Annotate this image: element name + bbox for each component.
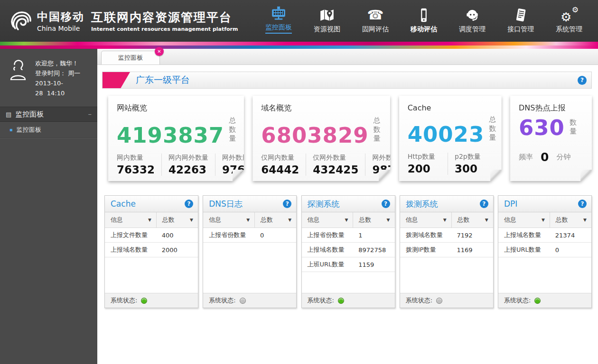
column-header-total[interactable]: 总数▼ bbox=[550, 212, 591, 228]
sort-arrow-icon: ▼ bbox=[148, 218, 151, 222]
sort-arrow-icon: ▼ bbox=[387, 218, 390, 222]
status-indicator bbox=[240, 298, 246, 304]
panel-help-icon[interactable]: ? bbox=[578, 200, 587, 208]
brand-name-en: China Mobile bbox=[37, 25, 84, 32]
card-total-label: 总数量 bbox=[374, 116, 382, 143]
nav-item-mobile-eval[interactable]: 移动评估 bbox=[409, 7, 439, 34]
table-row: 上报省份数量1 bbox=[302, 228, 395, 243]
sort-arrow-icon: ▼ bbox=[190, 218, 193, 222]
page-curl-decoration bbox=[379, 170, 390, 181]
panel-help-icon[interactable]: ? bbox=[382, 200, 390, 208]
sort-arrow-icon: ▼ bbox=[443, 218, 447, 222]
status-label: 系统状态: bbox=[504, 296, 531, 305]
status-label: 系统状态: bbox=[308, 296, 334, 305]
column-header-total[interactable]: 总数▼ bbox=[156, 212, 198, 228]
tab-strip: 监控面板 ✕ bbox=[97, 49, 598, 65]
section-help-icon[interactable]: ? bbox=[578, 76, 587, 85]
card-stat: 网内网外数量 42263 bbox=[161, 154, 215, 176]
table-row: 上报域名数量8972758 bbox=[302, 243, 395, 257]
user-avatar-icon bbox=[7, 58, 29, 82]
nav-label: 接口管理 bbox=[507, 25, 534, 34]
status-indicator bbox=[534, 298, 541, 304]
column-header-info[interactable]: 信息▼ bbox=[302, 212, 353, 228]
brand-name-zh: 中国移动 bbox=[37, 9, 84, 24]
brand-logo: 中国移动 China Mobile bbox=[9, 9, 84, 33]
column-header-total[interactable]: 总数▼ bbox=[353, 212, 394, 228]
table-row: 拨测域名数量7192 bbox=[400, 228, 493, 243]
nav-item-resource-view[interactable]: 资源视图 bbox=[312, 7, 342, 34]
pink-flag-decoration bbox=[103, 72, 130, 88]
status-indicator bbox=[436, 298, 442, 304]
card-total-label: 总数量 bbox=[229, 116, 236, 143]
column-header-total[interactable]: 总数▼ bbox=[451, 212, 493, 228]
panel-dial-test-system: 拨测系统 ? 信息▼ 总数▼ 拨测域名数量7192 bbox=[400, 195, 494, 308]
column-header-info[interactable]: 信息▼ bbox=[498, 212, 550, 228]
nav-item-interface-mgmt[interactable]: 接口管理 bbox=[506, 7, 535, 34]
card-total-label: 总数量 bbox=[489, 115, 496, 142]
tab-close-icon[interactable]: ✕ bbox=[155, 47, 164, 56]
panel-probe-system: 探测系统 ? 信息▼ 总数▼ 上报省份数量1 bbox=[301, 195, 395, 308]
nav-label: 固网评估 bbox=[362, 25, 389, 34]
nav-item-fixed-network-eval[interactable]: ☎ 固网评估 bbox=[361, 7, 390, 34]
menu-doc-icon: ▤ bbox=[6, 111, 11, 118]
card-total-label: 数量 bbox=[570, 118, 583, 136]
nav-label: 系统管理 bbox=[556, 25, 582, 34]
dashboard-icon bbox=[271, 5, 287, 21]
panel-help-icon[interactable]: ? bbox=[480, 200, 488, 208]
card-stat: p2p数量 300 bbox=[448, 153, 493, 175]
nav-item-system-mgmt[interactable]: ⚙ ⚙ 系统管理 bbox=[554, 7, 584, 34]
table-row: 上班URL数量1159 bbox=[302, 257, 395, 272]
submenu-label: 监控面板 bbox=[17, 126, 41, 134]
column-header-info[interactable]: 信息▼ bbox=[105, 212, 156, 228]
telephone-icon: ☎ bbox=[367, 7, 384, 23]
page-curl-decoration bbox=[233, 170, 244, 181]
login-time-row: 登录时间： 周一 bbox=[35, 68, 93, 78]
column-header-info[interactable]: 信息▼ bbox=[203, 212, 254, 228]
nav-item-monitor-panel[interactable]: 监控面板 bbox=[264, 5, 293, 34]
main-nav: 监控面板 资源视图 ☎ 固网评估 bbox=[264, 5, 584, 36]
platform-title-en: Internet content resources management pl… bbox=[91, 26, 238, 32]
summary-cards-row: 网站概览 4193837 总数量 网内数量 76332 网内网外数量 42263 bbox=[108, 96, 592, 183]
collapse-minus-icon[interactable]: – bbox=[88, 110, 92, 118]
table-row: 拨测IP数量1169 bbox=[400, 243, 493, 257]
column-header-total[interactable]: 总数▼ bbox=[254, 212, 296, 228]
headset-icon bbox=[464, 7, 480, 23]
nav-label: 资源视图 bbox=[314, 25, 340, 34]
sort-arrow-icon: ▼ bbox=[485, 218, 488, 222]
section-title: 广东一级平台 bbox=[136, 74, 190, 86]
sidebar-menu-monitor-panel[interactable]: ▤ 监控面板 – bbox=[0, 107, 97, 122]
column-header-info[interactable]: 信息▼ bbox=[400, 212, 451, 228]
table-row: 上报文件数量400 bbox=[105, 228, 198, 243]
card-cache: Cache 40023 总数量 Http数量 200 p2p数量 300 bbox=[399, 96, 502, 181]
card-title: 网站概览 bbox=[117, 103, 235, 113]
panel-title: DPI bbox=[504, 199, 517, 209]
status-indicator bbox=[141, 298, 147, 304]
panel-dns-log: DNS日志 ? 信息▼ 总数▼ 上报省份数量0 bbox=[203, 195, 297, 308]
panel-help-icon[interactable]: ? bbox=[283, 200, 291, 208]
card-title: 域名概览 bbox=[261, 103, 382, 113]
card-total-value: 40023 bbox=[408, 123, 485, 146]
mobile-icon bbox=[416, 7, 432, 23]
sort-arrow-icon: ▼ bbox=[542, 218, 545, 222]
card-website-overview: 网站概览 4193837 总数量 网内数量 76332 网内网外数量 42263 bbox=[108, 96, 244, 181]
tab-monitor-panel[interactable]: 监控面板 ✕ bbox=[101, 51, 160, 64]
panel-cache: Cache ? 信息▼ 总数▼ 上报文件数量400 bbox=[104, 195, 198, 308]
panel-title: DNS日志 bbox=[209, 199, 243, 209]
sort-arrow-icon: ▼ bbox=[288, 218, 291, 222]
card-total-value: 4193837 bbox=[117, 124, 224, 147]
bullet-icon: ▪ bbox=[9, 127, 13, 132]
gears-icon: ⚙ ⚙ bbox=[561, 7, 578, 23]
welcome-message: 欢迎您，魏华！ bbox=[35, 58, 93, 68]
platform-title: 互联网内容资源管理平台 Internet content resources m… bbox=[91, 9, 238, 32]
status-label: 系统状态: bbox=[406, 296, 432, 305]
table-row: 上报URL数量0 bbox=[498, 243, 591, 257]
sidebar-subitem-monitor-panel[interactable]: ▪ 监控面板 bbox=[0, 122, 97, 138]
platform-title-zh: 互联网内容资源管理平台 bbox=[91, 9, 238, 25]
panel-help-icon[interactable]: ? bbox=[185, 200, 193, 208]
card-stat: Http数量 200 bbox=[408, 153, 448, 175]
panel-title: Cache bbox=[111, 199, 136, 209]
card-title: DNS热点上报 bbox=[519, 103, 583, 113]
nav-item-dispatch-mgmt[interactable]: 调度管理 bbox=[458, 7, 487, 34]
card-stat: 仅网外数量 432425 bbox=[306, 154, 365, 176]
card-dns-hotspot: DNS热点上报 630 数量 频率 0 分钟 bbox=[510, 96, 592, 181]
